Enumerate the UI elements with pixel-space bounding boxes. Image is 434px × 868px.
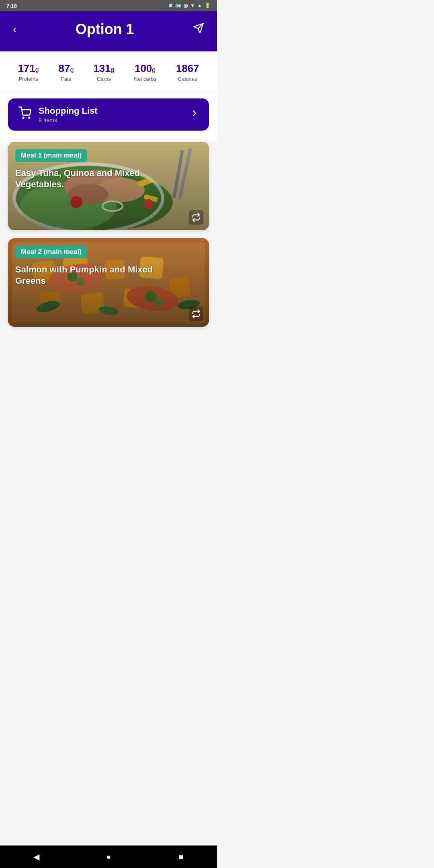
header: ‹ Option 1	[0, 11, 217, 51]
memory-icon: 🪪	[175, 3, 181, 8]
nutrition-proteins: 171g Proteins	[18, 63, 39, 82]
signal-icon: ▲	[197, 3, 202, 8]
nutrition-section: 171g Proteins 87g Fats 131g Carbs 100g N…	[0, 51, 217, 92]
status-icons: ⚙ 🪪 ◎ ▼ ▲ 🔋	[168, 3, 211, 8]
svg-point-3	[29, 117, 30, 119]
meal-2-swap-button[interactable]	[189, 307, 203, 321]
settings-icon: ⚙	[168, 3, 173, 8]
meal-1-content: Meal 1 (main meal) Easy Tuna, Quinoa and…	[8, 142, 209, 230]
meal-2-content: Meal 2 (main meal) Salmon with Pumpkin a…	[8, 238, 209, 327]
nutrition-calories: 1867 Calories	[176, 63, 199, 82]
cart-icon	[18, 106, 32, 122]
nutrition-fats: 87g Fats	[59, 63, 74, 82]
shopping-text: Shopping List 9 Items	[39, 106, 183, 123]
wifi-icon: ▼	[190, 3, 195, 8]
shopping-section: Shopping List 9 Items	[0, 92, 217, 142]
meal-2-badge: Meal 2 (main meal)	[15, 246, 87, 258]
meal-1-badge: Meal 1 (main meal)	[15, 149, 87, 162]
vpn-icon: ◎	[184, 3, 188, 8]
meal-2-title: Salmon with Pumpkin and Mixed Greens	[15, 264, 164, 287]
nutrition-carbs: 131g Carbs	[93, 63, 114, 82]
status-bar: 7:18 ⚙ 🪪 ◎ ▼ ▲ 🔋	[0, 0, 217, 11]
share-button[interactable]	[190, 21, 207, 38]
meal-1-title: Easy Tuna, Quinoa and Mixed Vegetables.	[15, 168, 164, 190]
svg-point-2	[23, 117, 24, 119]
back-button[interactable]: ‹	[10, 21, 20, 37]
battery-icon: 🔋	[205, 3, 211, 8]
nutrition-netcarbs: 100g Net carbs	[134, 63, 156, 82]
shopping-subtitle: 9 Items	[39, 117, 183, 123]
meals-section: Meal 1 (main meal) Easy Tuna, Quinoa and…	[0, 142, 217, 335]
shopping-title: Shopping List	[39, 106, 183, 116]
meal-card-2[interactable]: Meal 2 (main meal) Salmon with Pumpkin a…	[8, 238, 209, 327]
meal-card-1[interactable]: Meal 1 (main meal) Easy Tuna, Quinoa and…	[8, 142, 209, 230]
meal-1-swap-button[interactable]	[189, 210, 203, 225]
shopping-banner[interactable]: Shopping List 9 Items	[8, 98, 209, 131]
page-title: Option 1	[20, 21, 190, 38]
chevron-right-icon	[190, 108, 199, 121]
share-icon	[193, 23, 204, 37]
status-time: 7:18	[6, 3, 17, 9]
